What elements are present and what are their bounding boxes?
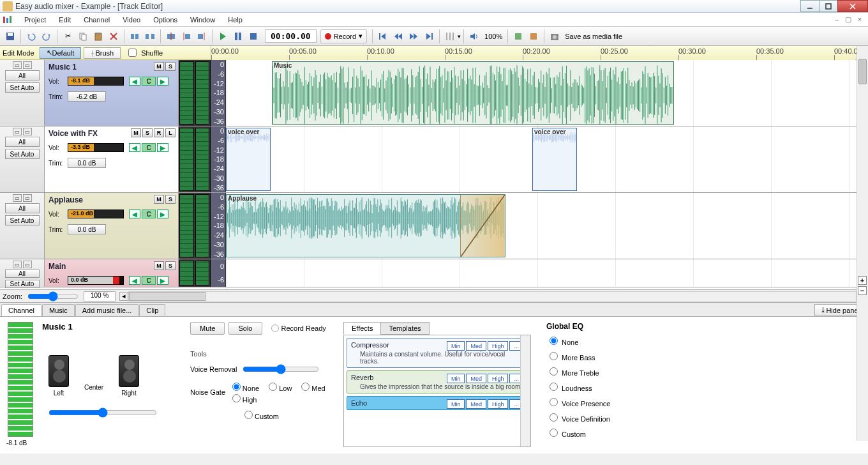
track-r-button[interactable]: R bbox=[154, 128, 164, 137]
menu-help[interactable]: Help bbox=[221, 16, 249, 24]
track-expand[interactable]: ▭ bbox=[23, 128, 32, 135]
record-ready[interactable]: Record Ready bbox=[271, 322, 326, 335]
clip[interactable]: voice over bbox=[532, 128, 577, 191]
fx-level-min[interactable]: Min bbox=[447, 341, 465, 351]
eq-voice-definition[interactable]: Voice Definition bbox=[546, 411, 858, 423]
track-canvas[interactable]: Applause bbox=[226, 193, 868, 259]
record-button[interactable]: Record▾ bbox=[320, 29, 367, 43]
marker-green-icon[interactable] bbox=[511, 29, 525, 43]
volume-icon[interactable] bbox=[467, 29, 481, 43]
fx-level-high[interactable]: High bbox=[488, 341, 509, 351]
close-button[interactable] bbox=[837, 0, 868, 12]
zoom-value[interactable]: 100 % bbox=[84, 291, 116, 301]
mdi-minimize[interactable]: – bbox=[831, 15, 842, 24]
snap-icon[interactable] bbox=[443, 29, 457, 43]
pan-left[interactable]: ◀ bbox=[129, 77, 140, 86]
track-expand[interactable]: ▭ bbox=[23, 261, 32, 268]
fx-tab-effects[interactable]: Effects bbox=[343, 322, 381, 335]
fx-level-high[interactable]: High bbox=[488, 399, 509, 409]
pan-right[interactable]: ▶ bbox=[157, 276, 168, 285]
shuffle-checkbox[interactable] bbox=[128, 49, 137, 57]
eq-more-bass[interactable]: More Bass bbox=[546, 350, 858, 362]
group-icon[interactable] bbox=[128, 29, 142, 43]
stop-icon[interactable] bbox=[246, 29, 260, 43]
zoom-out-button[interactable]: − bbox=[858, 286, 867, 295]
menu-window[interactable]: Window bbox=[184, 16, 221, 24]
tab-add-music-file-[interactable]: Add music file... bbox=[75, 304, 139, 316]
horizontal-scrollbar[interactable] bbox=[128, 291, 857, 301]
track-m-button[interactable]: M bbox=[154, 62, 164, 71]
default-mode-button[interactable]: ↖ Default bbox=[40, 47, 82, 59]
track-all-button[interactable]: All bbox=[5, 203, 40, 213]
fx-tab-templates[interactable]: Templates bbox=[380, 322, 429, 335]
vol-meter[interactable]: -21.0 dB bbox=[68, 210, 124, 218]
track-setauto-button[interactable]: Set Auto bbox=[5, 215, 40, 225]
pan-center[interactable]: C bbox=[142, 276, 156, 285]
minimize-button[interactable] bbox=[800, 0, 819, 12]
track-m-button[interactable]: M bbox=[154, 195, 164, 204]
mute-button[interactable]: Mute bbox=[190, 322, 225, 335]
track-all-button[interactable]: All bbox=[5, 70, 40, 80]
zoom-slider[interactable] bbox=[27, 291, 79, 301]
pan-center[interactable]: C bbox=[142, 210, 156, 218]
export-icon[interactable] bbox=[548, 29, 562, 43]
track-collapse[interactable]: ▭ bbox=[13, 61, 22, 69]
ng-high[interactable] bbox=[232, 394, 241, 402]
fx-level-min[interactable]: Min bbox=[447, 399, 465, 409]
undo-icon[interactable] bbox=[24, 29, 38, 43]
save-as-label[interactable]: Save as media file bbox=[565, 33, 622, 40]
tab-channel[interactable]: Channel bbox=[1, 304, 41, 316]
track-s-button[interactable]: S bbox=[165, 261, 176, 270]
ng-low[interactable] bbox=[269, 383, 277, 391]
track-l-button[interactable]: L bbox=[165, 128, 176, 137]
pause-icon[interactable] bbox=[231, 29, 245, 43]
track-setauto-button[interactable]: Set Auto bbox=[5, 82, 40, 93]
cut-icon[interactable]: ✂ bbox=[61, 29, 75, 43]
track-setauto-button[interactable]: Set Auto bbox=[5, 280, 40, 288]
split-icon[interactable] bbox=[164, 29, 178, 43]
ng-none[interactable] bbox=[232, 383, 241, 391]
track-setauto-button[interactable]: Set Auto bbox=[5, 149, 40, 159]
brush-mode-button[interactable]: ⟊ Brush bbox=[84, 47, 121, 59]
tab-clip[interactable]: Clip bbox=[139, 304, 165, 316]
track-canvas[interactable]: voice overvoice over bbox=[226, 126, 868, 192]
fx-scrollbar[interactable] bbox=[520, 335, 530, 446]
ng-custom[interactable] bbox=[244, 411, 253, 419]
zoom-in-button[interactable]: + bbox=[858, 276, 867, 285]
track-collapse[interactable]: ▭ bbox=[13, 128, 22, 135]
eq-more-treble[interactable]: More Treble bbox=[546, 365, 858, 377]
track-s-button[interactable]: S bbox=[165, 62, 176, 71]
pan-right[interactable]: ▶ bbox=[157, 143, 168, 152]
play-icon[interactable] bbox=[216, 29, 230, 43]
menu-video[interactable]: Video bbox=[116, 16, 147, 24]
track-collapse[interactable]: ▭ bbox=[13, 194, 22, 202]
scroll-left-button[interactable]: ◂ bbox=[119, 292, 128, 301]
timeline-ruler[interactable]: 00:00.0000:05.0000:10.0000:15.0000:20.00… bbox=[211, 46, 855, 60]
mdi-restore[interactable]: ▢ bbox=[842, 15, 854, 24]
track-expand[interactable]: ▭ bbox=[23, 61, 32, 69]
clip[interactable]: Applause bbox=[226, 194, 505, 257]
vol-meter[interactable]: -8.1 dB bbox=[68, 77, 124, 86]
eq-loudness[interactable]: Loudness bbox=[546, 381, 858, 392]
redo-icon[interactable] bbox=[40, 29, 54, 43]
pan-right[interactable]: ▶ bbox=[157, 210, 168, 218]
mdi-close[interactable]: × bbox=[854, 15, 865, 24]
track-s-button[interactable]: S bbox=[165, 195, 176, 204]
voice-removal-slider[interactable] bbox=[243, 364, 319, 374]
paste-icon[interactable] bbox=[91, 29, 105, 43]
track-s-button[interactable]: S bbox=[142, 128, 153, 137]
ng-med[interactable] bbox=[301, 383, 310, 391]
track-m-button[interactable]: M bbox=[131, 128, 141, 137]
copy-icon[interactable] bbox=[76, 29, 90, 43]
vol-meter[interactable]: 0.0 dB bbox=[68, 276, 124, 285]
pan-left[interactable]: ◀ bbox=[129, 143, 140, 152]
fx-level-med[interactable]: Med bbox=[466, 399, 486, 409]
fx-level-min[interactable]: Min bbox=[447, 374, 465, 383]
pan-right[interactable]: ▶ bbox=[157, 77, 168, 86]
pan-left[interactable]: ◀ bbox=[129, 210, 140, 218]
marker-orange-icon[interactable] bbox=[527, 29, 541, 43]
save-icon[interactable] bbox=[3, 29, 17, 43]
menu-edit[interactable]: Edit bbox=[52, 16, 77, 24]
track-m-button[interactable]: M bbox=[154, 261, 164, 270]
track-expand[interactable]: ▭ bbox=[23, 194, 32, 202]
